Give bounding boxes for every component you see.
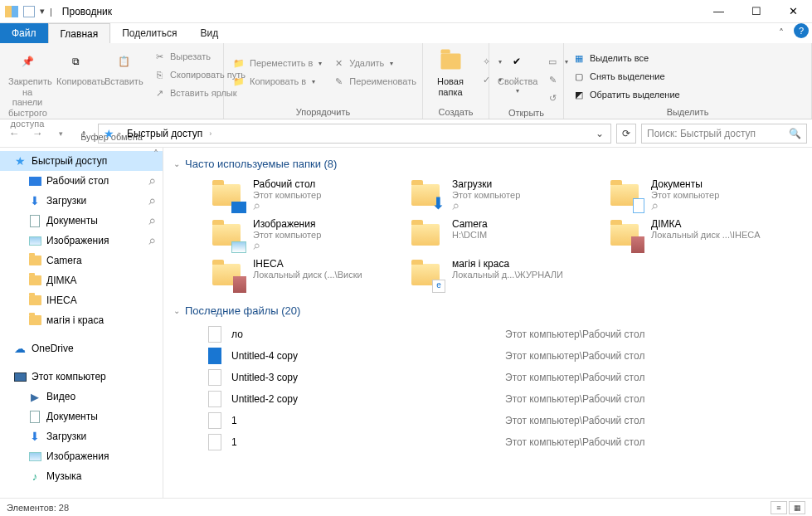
file-row[interactable]: Untitled-4 copyЭтот компьютер\Рабочий ст… — [207, 345, 802, 367]
delete-icon: ✕ — [332, 56, 345, 70]
forward-button[interactable]: → — [28, 124, 46, 143]
pc-icon — [13, 370, 27, 383]
folder-card[interactable]: CameraH:\DCIM — [406, 217, 596, 253]
paste-icon: 📋 — [110, 48, 137, 75]
quick-access-toolbar: ▾ | — [0, 6, 57, 17]
content-pane[interactable]: ⌄ Часто используемые папки (8) Рабочий с… — [163, 148, 812, 498]
navigation-pane[interactable]: ˄ ★ Быстрый доступ Рабочий стол⚲ ⬇Загруз… — [0, 148, 163, 498]
nav-downloads[interactable]: ⬇Загрузки⚲ — [0, 191, 163, 211]
nav-pc-documents[interactable]: Документы — [0, 406, 163, 426]
folder-card[interactable]: ДокументыЭтот компьютер⚲ — [605, 177, 795, 213]
tab-home[interactable]: Главная — [48, 23, 111, 43]
file-name: Untitled-3 copy — [231, 372, 497, 383]
nav-this-pc[interactable]: Этот компьютер — [0, 367, 163, 387]
ribbon-collapse-icon[interactable]: ˄ — [772, 23, 790, 43]
back-button[interactable]: ← — [5, 124, 23, 143]
folder-icon — [606, 218, 643, 251]
file-row[interactable]: лоЭтот компьютер\Рабочий стол — [207, 324, 802, 345]
file-icon — [207, 391, 223, 407]
file-name: 1 — [231, 415, 497, 426]
frequent-folders-header[interactable]: ⌄ Часто используемые папки (8) — [173, 158, 802, 170]
status-bar: Элементов: 28 ≡ ▦ — [0, 498, 812, 516]
nav-iheca[interactable]: IHECA — [0, 290, 163, 310]
view-details-button[interactable]: ≡ — [771, 501, 787, 514]
dropdown-icon: ▾ — [312, 78, 315, 85]
copy-to-button[interactable]: 📁Копировать в▾ — [229, 73, 325, 90]
folder-icon — [28, 254, 41, 267]
recent-locations-button[interactable]: ▾ — [51, 124, 70, 143]
close-button[interactable]: ✕ — [775, 0, 812, 23]
select-none-icon: ▢ — [572, 70, 586, 83]
address-dropdown-icon[interactable]: ⌄ — [591, 128, 609, 139]
refresh-button[interactable]: ⟳ — [616, 124, 636, 144]
file-row[interactable]: 1Этот компьютер\Рабочий стол — [207, 431, 802, 453]
breadcrumb[interactable]: Быстрый доступ› — [124, 128, 215, 139]
tab-file[interactable]: Файл — [0, 23, 48, 43]
folder-path: Локальный д...\ЖУРНАЛИ — [452, 270, 563, 280]
folder-icon — [208, 218, 245, 251]
recent-files-header[interactable]: ⌄ Последние файлы (20) — [173, 304, 802, 317]
copy-button[interactable]: ⧉ Копировать — [53, 46, 98, 89]
nav-pc-downloads[interactable]: ⬇Загрузки — [0, 426, 163, 446]
folder-card[interactable]: eмагія і красаЛокальный д...\ЖУРНАЛИ — [406, 256, 596, 293]
nav-documents[interactable]: Документы⚲ — [0, 211, 163, 231]
nav-pc-pictures[interactable]: Изображения — [0, 446, 163, 466]
qat-item[interactable] — [23, 6, 35, 17]
folder-card[interactable]: ИзображенияЭтот компьютер⚲ — [207, 217, 397, 253]
nav-desktop[interactable]: Рабочий стол⚲ — [0, 171, 163, 191]
file-location: Этот компьютер\Рабочий стол — [505, 415, 644, 426]
help-icon[interactable]: ? — [794, 23, 809, 38]
address-root-icon[interactable]: ★› — [100, 127, 124, 140]
folder-icon — [28, 294, 41, 307]
maximize-button[interactable]: ☐ — [737, 0, 775, 23]
pin-icon: ⚲ — [250, 201, 261, 212]
up-button[interactable]: ↑ — [75, 124, 93, 143]
folder-card[interactable]: Рабочий столЭтот компьютер⚲ — [207, 177, 397, 213]
nav-magia[interactable]: магія і краса — [0, 310, 163, 330]
nav-videos[interactable]: ▶Видео — [0, 387, 163, 406]
qat-dropdown-icon[interactable]: ▾ — [40, 6, 45, 17]
new-folder-button[interactable]: Новая папка — [428, 46, 473, 99]
tab-view[interactable]: Вид — [188, 23, 230, 43]
file-icon — [207, 434, 223, 450]
documents-icon — [28, 410, 41, 423]
copyto-icon: 📁 — [232, 75, 246, 88]
file-icon — [207, 412, 223, 429]
dropdown-icon: ▾ — [390, 60, 393, 67]
nav-pictures[interactable]: Изображения⚲ — [0, 231, 163, 251]
collapse-icon[interactable]: ⌄ — [173, 306, 180, 315]
scroll-up-icon[interactable]: ˄ — [149, 148, 163, 161]
pin-quick-access-button[interactable]: 📌 Закрепить на панели быстрого доступа — [5, 46, 50, 130]
cut-icon: ✂ — [153, 50, 166, 63]
nav-music[interactable]: ♪Музыка — [0, 466, 163, 486]
minimize-button[interactable]: — — [700, 0, 737, 23]
view-large-button[interactable]: ▦ — [789, 501, 805, 514]
file-row[interactable]: 1Этот компьютер\Рабочий стол — [207, 410, 802, 431]
select-none-button[interactable]: ▢Снять выделение — [569, 68, 683, 85]
nav-camera[interactable]: Camera — [0, 251, 163, 270]
search-input[interactable]: Поиск: Быстрый доступ 🔍 — [641, 124, 807, 144]
paste-button[interactable]: 📋 Вставить — [101, 46, 146, 89]
nav-dimka[interactable]: ДІМКА — [0, 270, 163, 290]
folder-card[interactable]: ДІМКАЛокальный диск ...\IHECA — [605, 217, 795, 253]
file-row[interactable]: Untitled-2 copyЭтот компьютер\Рабочий ст… — [207, 388, 802, 410]
tab-share[interactable]: Поделиться — [110, 23, 188, 43]
properties-button[interactable]: ✔︎ Свойства ▾ — [494, 46, 539, 96]
address-bar[interactable]: ★› Быстрый доступ› ⌄ — [98, 124, 611, 144]
rename-button[interactable]: ✎Переименовать — [328, 73, 420, 90]
select-all-button[interactable]: ▦Выделить все — [569, 50, 683, 66]
folder-card[interactable]: IHECAЛокальный диск (...\Виски — [207, 256, 397, 293]
ribbon-tabs: Файл Главная Поделиться Вид ˄ ? — [0, 23, 812, 43]
nav-onedrive[interactable]: ☁OneDrive — [0, 338, 163, 358]
file-row[interactable]: Untitled-3 copyЭтот компьютер\Рабочий ст… — [207, 367, 802, 388]
collapse-icon[interactable]: ⌄ — [173, 159, 180, 168]
folder-card[interactable]: ⬇ЗагрузкиЭтот компьютер⚲ — [406, 177, 596, 213]
invert-selection-button[interactable]: ◩Обратить выделение — [569, 86, 683, 103]
nav-quick-access[interactable]: ★ Быстрый доступ — [0, 151, 163, 171]
folder-icon — [208, 178, 245, 212]
pin-icon: ⚲ — [450, 201, 460, 212]
move-to-button[interactable]: 📁Переместить в▾ — [229, 55, 325, 71]
delete-button[interactable]: ✕Удалить▾ — [328, 55, 420, 71]
folder-path: Этот компьютер — [253, 230, 321, 240]
pin-icon: ⚲ — [250, 241, 261, 251]
